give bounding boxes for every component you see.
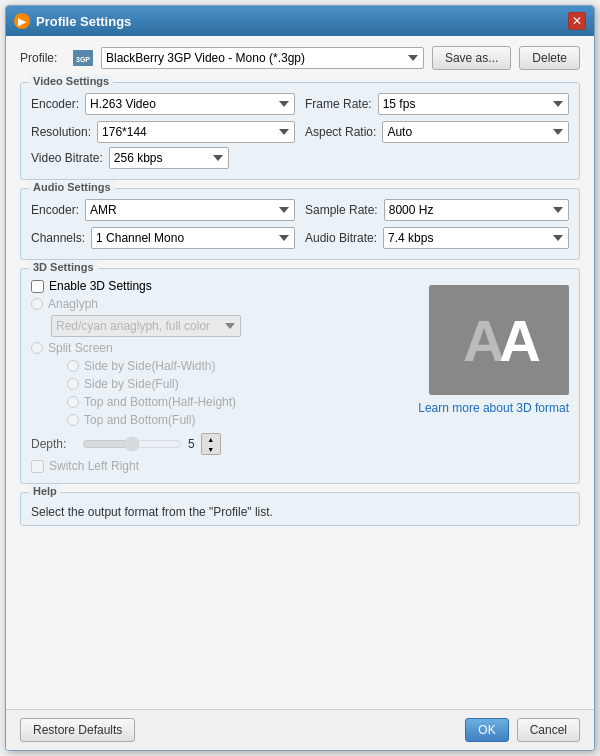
- title-bar: ▶ Profile Settings ✕: [6, 6, 594, 36]
- audio-settings-section: Audio Settings Encoder: AMR Sample Rate:…: [20, 188, 580, 260]
- switch-row: Switch Left Right: [31, 459, 412, 473]
- settings-3d-title: 3D Settings: [29, 261, 98, 273]
- audio-bitrate-row: Audio Bitrate: 7.4 kbps: [305, 227, 569, 249]
- side-by-half-label: Side by Side(Half-Width): [84, 359, 215, 373]
- profile-label: Profile:: [20, 51, 65, 65]
- frame-rate-label: Frame Rate:: [305, 97, 372, 111]
- depth-down-button[interactable]: ▼: [202, 444, 220, 454]
- split-screen-row: Split Screen: [31, 341, 412, 355]
- side-by-full-label: Side by Side(Full): [84, 377, 179, 391]
- profile-icon: 3GP: [73, 50, 93, 66]
- depth-up-button[interactable]: ▲: [202, 434, 220, 444]
- top-bottom-full-label: Top and Bottom(Full): [84, 413, 195, 427]
- anaglyph-radio[interactable]: [31, 298, 43, 310]
- enable-3d-row: Enable 3D Settings: [31, 279, 412, 293]
- enable-3d-label: Enable 3D Settings: [49, 279, 152, 293]
- depth-slider[interactable]: [82, 437, 182, 451]
- top-bottom-full-row: Top and Bottom(Full): [67, 413, 412, 427]
- channels-label: Channels:: [31, 231, 85, 245]
- svg-text:3GP: 3GP: [76, 56, 90, 63]
- audio-encoder-select[interactable]: AMR: [85, 199, 295, 221]
- profile-row: Profile: 3GP BlackBerry 3GP Video - Mono…: [20, 46, 580, 70]
- anaglyph-row: Anaglyph: [31, 297, 412, 311]
- aspect-ratio-label: Aspect Ratio:: [305, 125, 376, 139]
- audio-bitrate-select[interactable]: 7.4 kbps: [383, 227, 569, 249]
- side-by-half-row: Side by Side(Half-Width): [67, 359, 412, 373]
- restore-defaults-button[interactable]: Restore Defaults: [20, 718, 135, 742]
- resolution-select[interactable]: 176*144: [97, 121, 295, 143]
- top-bottom-half-row: Top and Bottom(Half-Height): [67, 395, 412, 409]
- encoder-row: Encoder: H.263 Video: [31, 93, 295, 115]
- preview-column: A A Learn more about 3D format: [418, 275, 569, 473]
- aspect-ratio-row: Aspect Ratio: Auto: [305, 121, 569, 143]
- save-as-button[interactable]: Save as...: [432, 46, 511, 70]
- switch-lr-checkbox[interactable]: [31, 460, 44, 473]
- resolution-row: Resolution: 176*144: [31, 121, 295, 143]
- anaglyph-select[interactable]: Red/cyan anaglyph, full color: [51, 315, 241, 337]
- frame-rate-select[interactable]: 15 fps: [378, 93, 569, 115]
- video-bitrate-select[interactable]: 256 kbps: [109, 147, 229, 169]
- dialog-footer: Restore Defaults OK Cancel: [6, 709, 594, 750]
- video-bitrate-label: Video Bitrate:: [31, 151, 103, 165]
- split-screen-label: Split Screen: [48, 341, 113, 355]
- side-by-full-radio[interactable]: [67, 378, 79, 390]
- sample-rate-label: Sample Rate:: [305, 203, 378, 217]
- top-bottom-full-radio[interactable]: [67, 414, 79, 426]
- ok-button[interactable]: OK: [465, 718, 508, 742]
- audio-settings-grid: Encoder: AMR Sample Rate: 8000 Hz Channe…: [31, 199, 569, 249]
- depth-row: Depth: 5 ▲ ▼: [31, 433, 412, 455]
- sample-rate-select[interactable]: 8000 Hz: [384, 199, 569, 221]
- audio-encoder-label: Encoder:: [31, 203, 79, 217]
- channels-select[interactable]: 1 Channel Mono: [91, 227, 295, 249]
- depth-value: 5: [188, 437, 195, 451]
- profile-settings-dialog: ▶ Profile Settings ✕ Profile: 3GP BlackB…: [5, 5, 595, 751]
- audio-bitrate-label: Audio Bitrate:: [305, 231, 377, 245]
- aa-preview: A A: [429, 285, 569, 395]
- split-screen-radio[interactable]: [31, 342, 43, 354]
- help-title: Help: [29, 485, 61, 497]
- channels-row: Channels: 1 Channel Mono: [31, 227, 295, 249]
- aa-left: A: [463, 307, 499, 374]
- help-section: Help Select the output format from the "…: [20, 492, 580, 526]
- help-text: Select the output format from the "Profi…: [31, 505, 569, 519]
- switch-lr-label: Switch Left Right: [49, 459, 139, 473]
- video-bitrate-row: Video Bitrate: 256 kbps: [31, 147, 569, 169]
- encoder-select[interactable]: H.263 Video: [85, 93, 295, 115]
- profile-select[interactable]: BlackBerry 3GP Video - Mono (*.3gp): [101, 47, 424, 69]
- aspect-ratio-select[interactable]: Auto: [382, 121, 569, 143]
- sample-rate-row: Sample Rate: 8000 Hz: [305, 199, 569, 221]
- learn-more-link[interactable]: Learn more about 3D format: [418, 401, 569, 415]
- close-button[interactable]: ✕: [568, 12, 586, 30]
- top-bottom-half-label: Top and Bottom(Half-Height): [84, 395, 236, 409]
- depth-label: Depth:: [31, 437, 76, 451]
- cancel-button[interactable]: Cancel: [517, 718, 580, 742]
- app-icon: ▶: [14, 13, 30, 29]
- audio-settings-title: Audio Settings: [29, 181, 115, 193]
- anaglyph-label: Anaglyph: [48, 297, 98, 311]
- aa-right: A: [499, 307, 535, 374]
- frame-rate-row: Frame Rate: 15 fps: [305, 93, 569, 115]
- video-settings-section: Video Settings Encoder: H.263 Video Fram…: [20, 82, 580, 180]
- anaglyph-select-row: Red/cyan anaglyph, full color: [51, 315, 412, 337]
- top-bottom-half-radio[interactable]: [67, 396, 79, 408]
- resolution-label: Resolution:: [31, 125, 91, 139]
- enable-3d-checkbox[interactable]: [31, 280, 44, 293]
- dialog-title: Profile Settings: [36, 14, 568, 29]
- delete-button[interactable]: Delete: [519, 46, 580, 70]
- video-settings-grid: Encoder: H.263 Video Frame Rate: 15 fps …: [31, 93, 569, 143]
- side-by-full-row: Side by Side(Full): [67, 377, 412, 391]
- dialog-body: Profile: 3GP BlackBerry 3GP Video - Mono…: [6, 36, 594, 709]
- settings-3d-left: Enable 3D Settings Anaglyph Red/cyan ana…: [31, 275, 412, 473]
- depth-spinner: ▲ ▼: [201, 433, 221, 455]
- video-settings-title: Video Settings: [29, 75, 113, 87]
- encoder-label: Encoder:: [31, 97, 79, 111]
- side-by-half-radio[interactable]: [67, 360, 79, 372]
- settings-3d-content: Enable 3D Settings Anaglyph Red/cyan ana…: [31, 275, 569, 473]
- audio-encoder-row: Encoder: AMR: [31, 199, 295, 221]
- footer-right-buttons: OK Cancel: [465, 718, 580, 742]
- settings-3d-section: 3D Settings Enable 3D Settings Anaglyph: [20, 268, 580, 484]
